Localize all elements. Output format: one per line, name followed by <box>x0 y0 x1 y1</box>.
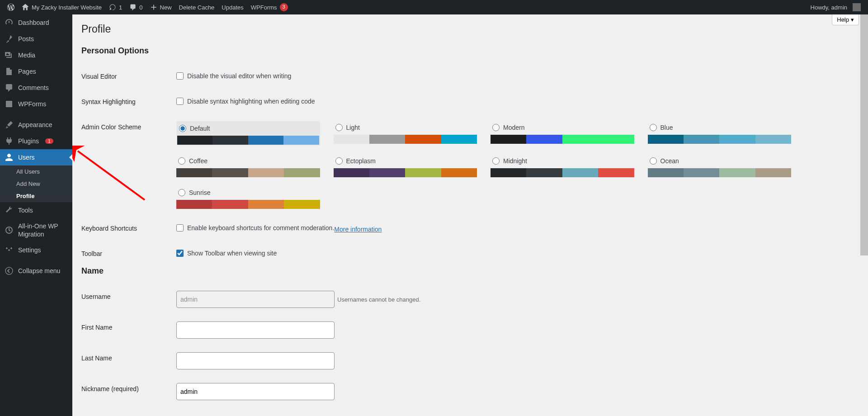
scheme-name: Midnight <box>503 157 527 165</box>
comments-link[interactable]: 0 <box>126 0 146 14</box>
delete-cache-link[interactable]: Delete Cache <box>175 0 218 14</box>
shortcuts-checkbox[interactable] <box>176 224 184 232</box>
username-label: Username <box>81 284 172 315</box>
color-scheme-option[interactable]: Light <box>334 121 477 146</box>
section-personal-options: Personal Options <box>81 46 859 56</box>
collapse-icon <box>5 266 14 275</box>
nickname-input[interactable] <box>176 383 335 400</box>
wrench-icon <box>5 206 14 215</box>
new-label: New <box>160 4 172 11</box>
username-description: Usernames cannot be changed. <box>337 296 420 303</box>
syntax-label: Syntax Highlighting <box>81 89 172 114</box>
scheme-name: Ocean <box>660 157 679 165</box>
color-scheme-option[interactable]: Sunrise <box>176 186 320 209</box>
scheme-radio[interactable] <box>335 124 343 131</box>
menu-comments[interactable]: Comments <box>0 80 72 96</box>
scheme-name: Coffee <box>189 157 208 165</box>
username-input <box>176 291 335 308</box>
menu-migration[interactable]: All-in-One WP Migration <box>0 218 72 242</box>
plugin-icon <box>5 137 14 146</box>
menu-pages[interactable]: Pages <box>0 63 72 80</box>
shortcuts-more-link[interactable]: More information <box>334 226 382 233</box>
menu-collapse[interactable]: Collapse menu <box>0 263 72 279</box>
nickname-label: Nickname (required) <box>81 376 172 407</box>
home-icon <box>22 4 29 11</box>
menu-plugins[interactable]: Plugins1 <box>0 133 72 149</box>
updates-count: 1 <box>119 4 122 11</box>
updates-text-link[interactable]: Updates <box>218 0 247 14</box>
scheme-radio[interactable] <box>179 125 186 132</box>
scheme-swatch <box>334 168 477 177</box>
help-button[interactable]: Help ▾ <box>832 14 859 25</box>
scheme-swatch <box>176 168 320 177</box>
wpforms-link[interactable]: WPForms3 <box>247 0 292 14</box>
scheme-radio[interactable] <box>650 157 657 165</box>
scheme-swatch <box>491 168 634 177</box>
menu-posts[interactable]: Posts <box>0 31 72 47</box>
plugins-count-badge: 1 <box>45 138 53 144</box>
wp-logo[interactable] <box>4 0 18 14</box>
dashboard-icon <box>5 18 14 27</box>
scheme-name: Modern <box>503 124 524 131</box>
menu-appearance[interactable]: Appearance <box>0 117 72 133</box>
color-scheme-option[interactable]: Modern <box>491 121 634 146</box>
submenu-profile[interactable]: Profile <box>0 190 72 202</box>
menu-users[interactable]: Users <box>0 149 72 165</box>
scheme-name: Light <box>346 124 360 131</box>
menu-media[interactable]: Media <box>0 47 72 63</box>
scheme-radio[interactable] <box>178 189 185 196</box>
scheme-name: Sunrise <box>189 189 210 196</box>
color-schemes-grid: DefaultLightModernBlueCoffeeEctoplasmMid… <box>176 121 791 209</box>
color-scheme-option[interactable]: Blue <box>648 121 792 146</box>
firstname-input[interactable] <box>176 321 335 339</box>
scheme-radio[interactable] <box>492 157 500 165</box>
color-scheme-option[interactable]: Ectoplasm <box>334 155 477 177</box>
update-icon <box>109 4 116 11</box>
scheme-radio[interactable] <box>650 124 657 131</box>
pin-icon <box>5 34 14 43</box>
comment-icon <box>129 4 137 11</box>
avatar-icon <box>853 3 861 11</box>
scrollbar[interactable] <box>860 14 868 416</box>
form-icon <box>5 99 14 109</box>
scheme-radio[interactable] <box>335 157 343 165</box>
submenu-add-new[interactable]: Add New <box>0 178 72 190</box>
site-name-link[interactable]: My Zacky Installer Website <box>18 0 105 14</box>
page-icon <box>5 67 14 76</box>
toolbar-checkbox[interactable] <box>176 250 184 257</box>
plus-icon <box>150 4 157 11</box>
menu-dashboard[interactable]: Dashboard <box>0 14 72 31</box>
lastname-input[interactable] <box>176 352 335 369</box>
visual-editor-checkbox[interactable] <box>176 72 184 80</box>
page-title: Profile <box>81 19 859 37</box>
admin-toolbar: My Zacky Installer Website 1 0 New Delet… <box>0 0 868 14</box>
user-icon <box>5 153 14 162</box>
scheme-name: Blue <box>660 124 673 131</box>
submenu-all-users[interactable]: All Users <box>0 165 72 178</box>
visual-editor-label: Visual Editor <box>81 64 172 89</box>
updates-link[interactable]: 1 <box>105 0 126 14</box>
color-scheme-option[interactable]: Coffee <box>176 155 320 177</box>
scheme-label: Admin Color Scheme <box>81 114 172 216</box>
color-scheme-option[interactable]: Default <box>176 121 320 146</box>
new-link[interactable]: New <box>146 0 175 14</box>
syntax-checkbox[interactable] <box>176 98 184 105</box>
scheme-radio[interactable] <box>492 124 500 131</box>
scheme-radio[interactable] <box>178 157 185 165</box>
scheme-swatch <box>491 135 634 144</box>
scheme-swatch <box>176 200 320 209</box>
toolbar-label: Toolbar <box>81 241 172 266</box>
lastname-label: Last Name <box>81 345 172 376</box>
scheme-swatch <box>334 135 477 144</box>
menu-tools[interactable]: Tools <box>0 202 72 218</box>
color-scheme-option[interactable]: Midnight <box>491 155 634 177</box>
scheme-swatch <box>648 135 792 144</box>
menu-wpforms[interactable]: WPForms <box>0 96 72 112</box>
scheme-name: Ectoplasm <box>346 157 376 165</box>
color-scheme-option[interactable]: Ocean <box>648 155 792 177</box>
chevron-down-icon: ▾ <box>851 16 854 23</box>
menu-settings[interactable]: Settings <box>0 242 72 258</box>
submenu-users: All Users Add New Profile <box>0 165 72 202</box>
howdy-link[interactable]: Howdy, admin <box>807 0 864 14</box>
scheme-name: Default <box>190 125 210 132</box>
